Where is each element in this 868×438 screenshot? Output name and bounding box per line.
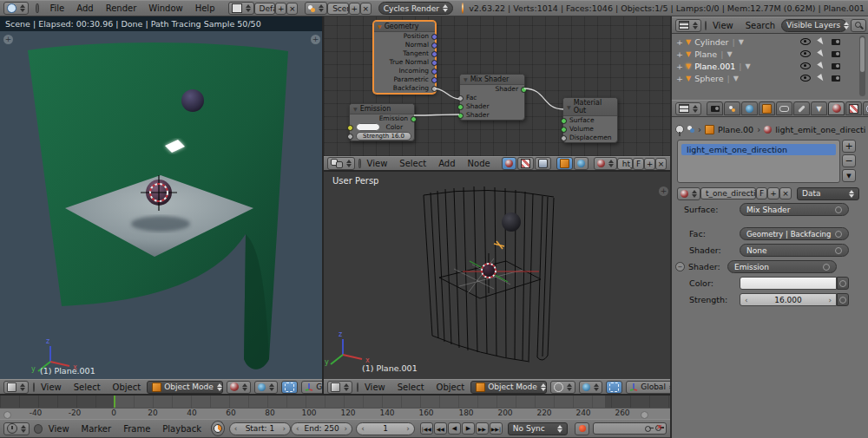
visibility-eye-icon[interactable] [800,38,811,45]
socket-dot[interactable] [431,86,437,92]
frame-start-field[interactable]: ‹Start: 1› [229,422,291,435]
remove-slot-button[interactable]: − [842,154,856,167]
menu-add[interactable]: Add [70,3,99,13]
socket-dot[interactable] [431,34,437,40]
material-name-field[interactable]: t_one_direction [700,187,756,199]
tab-physics[interactable] [863,101,868,115]
node-material-output[interactable]: ▼Material Out Surface Volume Displacemen [562,97,618,143]
socket-dot[interactable] [561,118,567,124]
screen-layout-field[interactable]: Default [254,3,276,15]
record-button[interactable] [575,422,589,435]
scrollbar-left-cap[interactable] [3,411,11,419]
socket-dot[interactable] [431,60,437,66]
play-button[interactable]: ▶ [462,422,475,435]
pivot-dropdown[interactable] [579,381,602,394]
selectability-cursor-icon[interactable] [817,62,825,70]
menu-help[interactable]: Help [189,3,221,13]
menu-object[interactable]: Object [107,382,148,392]
expand-icon[interactable]: + [676,37,683,47]
menu-add[interactable]: Add [432,159,461,168]
menu-view[interactable]: View [707,21,740,30]
selectability-cursor-icon[interactable] [817,37,825,46]
wireframe-viewport[interactable]: z x y User Persp + (1) Plane.001 [324,171,670,379]
slot-object-toggle[interactable] [556,157,573,170]
pane-divider-vertical[interactable] [322,16,324,395]
expand-properties-icon[interactable]: + [659,186,668,196]
search-button[interactable] [851,19,866,32]
expand-icon[interactable]: + [676,49,683,59]
socket-dot[interactable] [561,127,567,133]
unlink-material-button[interactable]: × [779,187,792,199]
scrollbar-right-cap[interactable] [641,411,648,419]
prev-keyframe-button[interactable]: ◀◀ [434,422,447,435]
viewport-shading-dropdown[interactable] [550,381,575,394]
menu-select[interactable]: Select [391,382,431,392]
collapse-menus-toggle[interactable] [36,3,39,13]
close-scene-button[interactable]: × [360,3,372,15]
shader1-dropdown[interactable]: None [740,244,849,257]
collapse-node-icon[interactable]: ▼ [567,104,571,110]
node-emission[interactable]: ▼Emission Emission Color Strength 16.0 [349,103,415,141]
add-material-button[interactable]: + [644,158,655,170]
frame-end-field[interactable]: ‹End: 250› [291,422,352,435]
outliner-row-cylinder[interactable]: + ▼ Cylinder | ▼ [674,36,856,48]
screen-layout-icon-button[interactable] [228,2,254,15]
editor-type-node-button[interactable] [327,157,355,170]
node-mix-shader[interactable]: ▼Mix Shader Shader Fac Shader Shader [459,74,525,121]
strength-link-button[interactable] [837,293,849,306]
pin-icon[interactable] [675,125,684,134]
outliner-filter-dropdown[interactable]: Visible Layers [781,19,847,32]
add-layout-button[interactable]: + [275,3,286,15]
menu-frame[interactable]: Frame [117,424,156,434]
render-engine-dropdown[interactable]: Cycles Render [378,2,453,15]
material-browse-dropdown[interactable] [594,157,617,170]
current-frame-field[interactable]: ‹1› [356,422,415,435]
sync-dropdown[interactable]: No Sync [508,422,568,435]
expand-properties-icon[interactable]: + [311,35,320,44]
tab-render[interactable] [707,101,723,115]
socket-dot[interactable] [431,51,437,57]
color-swatch[interactable] [356,123,380,131]
keying-set-field[interactable]: × [593,422,667,435]
editor-type-3dview-button[interactable] [3,381,29,394]
menu-view[interactable]: View [358,382,391,392]
menu-file[interactable]: File [44,3,71,13]
menu-object[interactable]: Object [431,382,471,392]
outliner-row-plane001-selected[interactable]: + ▼ Plane.001 | ▼ [674,60,856,72]
play-reverse-button[interactable]: ◀ [448,422,461,435]
socket-dot[interactable] [521,87,527,93]
expand-icon[interactable]: + [676,62,683,71]
next-keyframe-button[interactable]: ▶▶ [476,422,489,435]
timeline-ruler[interactable]: -40 -20 0 20 40 60 80 100 120 140 160 18… [0,408,670,419]
socket-dot[interactable] [431,77,437,83]
socket-dot[interactable] [347,134,353,140]
socket-dot[interactable] [561,135,567,141]
manipulator-toggle[interactable] [606,381,622,394]
scene-field[interactable]: Scene [327,3,349,15]
pivot-dropdown[interactable] [254,381,278,394]
menu-select[interactable]: Select [68,382,107,392]
jump-end-button[interactable]: ▶▶| [490,422,503,435]
tab-scene[interactable] [724,101,740,115]
crumb-object[interactable]: Plane.00 [718,125,753,134]
slider-left-arrow-icon[interactable]: ‹ [745,296,748,304]
timeline-tracks[interactable] [0,395,670,408]
expand-icon[interactable]: + [676,74,683,83]
fake-user-button[interactable]: F [756,187,767,199]
visibility-eye-icon[interactable] [800,62,811,69]
add-material-button[interactable]: + [767,187,779,199]
menu-select[interactable]: Select [393,159,432,168]
manipulator-toggle[interactable] [281,381,298,394]
editor-type-properties-button[interactable] [675,102,701,115]
collapse-node-icon[interactable]: ▼ [378,23,382,29]
editor-type-info-button[interactable] [3,2,29,15]
data-source-dropdown[interactable]: Data [797,187,859,200]
key-delete-icon[interactable]: × [655,424,661,433]
fac-dropdown[interactable]: Geometry | Backfacing [740,227,849,240]
selectability-cursor-icon[interactable] [817,49,825,58]
menu-node[interactable]: Node [462,159,496,168]
outliner-row-sphere[interactable]: + ▼ Sphere | ▼ [674,72,856,84]
viewport-shading-dropdown[interactable] [227,381,251,394]
outliner-scrollbar[interactable] [859,36,865,96]
slot-world-toggle[interactable] [574,157,589,170]
